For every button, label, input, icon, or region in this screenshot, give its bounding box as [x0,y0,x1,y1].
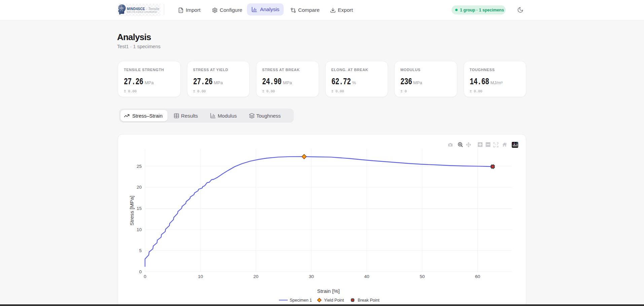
svg-text:Strain [%]: Strain [%] [317,288,339,294]
svg-text:20: 20 [253,274,258,279]
svg-text:50: 50 [420,274,425,279]
svg-text:15: 15 [137,206,142,211]
svg-text:Yield Point: Yield Point [324,298,344,303]
svg-text:5: 5 [139,248,142,253]
svg-text:Specimen 1: Specimen 1 [290,298,312,303]
svg-text:0: 0 [139,269,142,274]
svg-text:0: 0 [144,274,146,279]
svg-text:60: 60 [475,274,480,279]
svg-text:25: 25 [137,164,142,169]
svg-text:10: 10 [198,274,203,279]
svg-text:Stress [MPa]: Stress [MPa] [129,196,135,226]
svg-text:40: 40 [364,274,369,279]
svg-text:10: 10 [137,227,142,232]
svg-text:20: 20 [137,185,142,190]
svg-text:30: 30 [309,274,314,279]
svg-text:Break Point: Break Point [358,298,380,303]
